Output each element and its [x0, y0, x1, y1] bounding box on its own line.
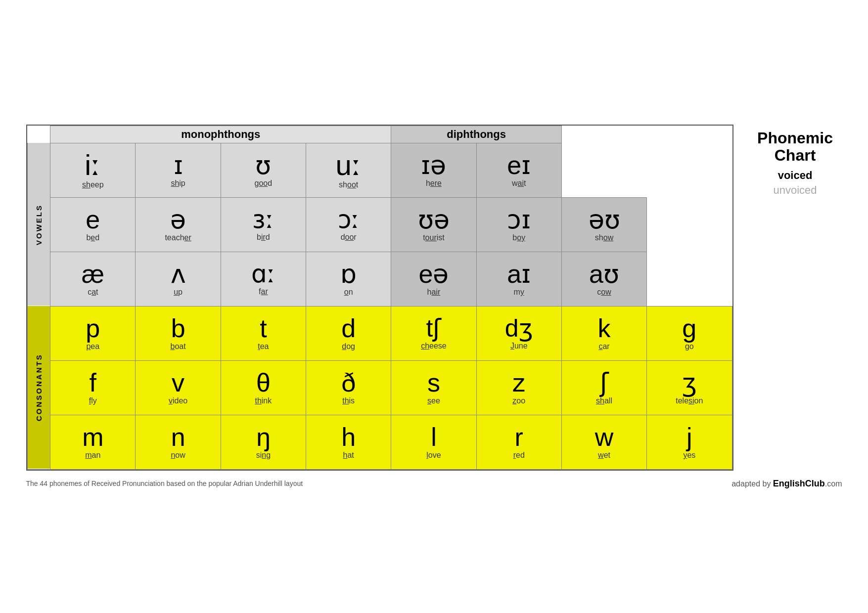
- consonant-cell: v video: [136, 360, 221, 415]
- consonant-cell: ʒ telesion: [647, 360, 732, 415]
- phoneme-symbol: s: [392, 370, 475, 395]
- phoneme-word: car: [563, 342, 645, 351]
- phoneme-symbol: ə: [137, 207, 218, 232]
- consonant-cell: r red: [476, 415, 561, 469]
- legend-voiced: voiced: [748, 169, 842, 182]
- consonant-cell: j yes: [647, 415, 732, 469]
- phoneme-word: hair: [393, 288, 474, 297]
- phoneme-word: go: [648, 342, 731, 351]
- phoneme-word: cheese: [392, 342, 475, 350]
- phoneme-word: see: [392, 396, 475, 405]
- phoneme-symbol: z: [478, 370, 560, 395]
- phoneme-symbol: eə: [393, 261, 474, 287]
- consonant-cell: s see: [391, 360, 476, 415]
- phoneme-symbol: uː: [308, 151, 389, 179]
- phoneme-word: now: [137, 451, 219, 460]
- phoneme-cell: uː shoot: [306, 143, 391, 197]
- phoneme-symbol: ɪ: [137, 152, 218, 178]
- phoneme-cell: ɔː door: [306, 197, 391, 252]
- consonant-cell: d dog: [306, 306, 391, 360]
- phoneme-word: tourist: [393, 233, 474, 242]
- phoneme-symbol: əʊ: [564, 207, 644, 232]
- phoneme-symbol: r: [478, 424, 560, 450]
- phoneme-cell: ə teacher: [136, 197, 221, 252]
- phoneme-word: sing: [222, 451, 305, 460]
- phoneme-symbol: aɪ: [479, 261, 559, 287]
- corner-cell: [27, 126, 50, 143]
- consonant-cell: n now: [136, 415, 221, 469]
- phoneme-symbol: n: [137, 424, 219, 450]
- phoneme-word: love: [392, 451, 475, 460]
- phoneme-word: good: [223, 179, 304, 188]
- consonants-label: CONSONANTS: [27, 306, 50, 469]
- diphthongs-header: diphthongs: [391, 126, 562, 143]
- phoneme-word: zoo: [478, 396, 560, 405]
- phoneme-word: fly: [51, 396, 134, 405]
- phoneme-word: wait: [479, 179, 559, 188]
- phoneme-word: tea: [222, 342, 305, 351]
- legend-unvoiced: unvoiced: [748, 184, 842, 197]
- phoneme-symbol: v: [137, 370, 219, 395]
- consonant-cell: l love: [391, 415, 476, 469]
- consonant-cell: ð this: [306, 360, 391, 415]
- phoneme-cell: ʊə tourist: [391, 197, 476, 252]
- phoneme-cell: æ cat: [50, 252, 136, 306]
- phoneme-cell: ʌ up: [136, 252, 221, 306]
- footer-brand: adapted by EnglishClub.com: [731, 479, 842, 489]
- monophthongs-header: monophthongs: [50, 126, 391, 143]
- phoneme-cell: ʊ good: [221, 143, 306, 197]
- phoneme-cell: eɪ wait: [476, 143, 561, 197]
- phoneme-word: cow: [564, 288, 644, 297]
- consonant-cell: k car: [561, 306, 646, 360]
- consonant-cell: z zoo: [476, 360, 561, 415]
- legend-panel: Phonemic Chart voiced unvoiced: [743, 125, 842, 197]
- phoneme-symbol: m: [51, 424, 134, 450]
- consonant-cell: dʒ June: [476, 306, 561, 360]
- phoneme-symbol: ɒ: [308, 261, 389, 287]
- phoneme-word: red: [478, 451, 560, 460]
- consonant-cell: p pea: [50, 306, 136, 360]
- phoneme-word: this: [307, 396, 390, 405]
- phoneme-symbol: ɜː: [223, 207, 304, 232]
- phoneme-word: far: [223, 287, 304, 296]
- phoneme-word: telesion: [648, 396, 731, 405]
- phoneme-word: hat: [307, 451, 390, 460]
- phoneme-word: cat: [52, 288, 133, 297]
- phoneme-cell: ɪ ship: [136, 143, 221, 197]
- phoneme-cell: iː sheep: [50, 143, 136, 197]
- phoneme-symbol: w: [563, 424, 645, 450]
- consonant-cell: tʃ cheese: [391, 306, 476, 360]
- phoneme-cell: ɪə here: [391, 143, 476, 197]
- consonant-cell: h hat: [306, 415, 391, 469]
- phoneme-symbol: g: [648, 315, 731, 341]
- phoneme-word: my: [479, 288, 559, 297]
- consonant-cell: θ think: [221, 360, 306, 415]
- brand-name: EnglishClub: [773, 479, 825, 488]
- phoneme-word: sheep: [52, 180, 133, 189]
- consonant-cell: ŋ sing: [221, 415, 306, 469]
- brand-suffix: .com: [825, 480, 842, 488]
- consonant-cell: w wet: [561, 415, 646, 469]
- phoneme-cell: ɔɪ boy: [476, 197, 561, 252]
- phoneme-word: wet: [563, 451, 645, 460]
- footer: The 44 phonemes of Received Pronunciatio…: [26, 479, 842, 489]
- phoneme-word: man: [51, 451, 134, 460]
- consonant-cell: ʃ shall: [561, 360, 646, 415]
- phoneme-cell: ɒ on: [306, 252, 391, 306]
- phoneme-symbol: tʃ: [392, 316, 475, 341]
- phoneme-symbol: ŋ: [222, 424, 305, 450]
- phoneme-symbol: d: [307, 315, 390, 341]
- phoneme-word: here: [393, 179, 474, 188]
- phoneme-symbol: ɪə: [393, 152, 474, 178]
- phoneme-symbol: j: [648, 424, 731, 450]
- phoneme-word: shall: [563, 396, 645, 405]
- phoneme-word: think: [222, 396, 305, 405]
- phoneme-word: teacher: [137, 233, 218, 242]
- empty-cell: [647, 252, 732, 306]
- phoneme-word: shoot: [308, 180, 389, 189]
- phoneme-symbol: k: [563, 315, 645, 341]
- phoneme-symbol: ɑː: [223, 262, 304, 286]
- phoneme-word: ship: [137, 179, 218, 188]
- main-content: monophthongs diphthongs VOWELS iː sheep: [26, 125, 842, 471]
- phoneme-symbol: b: [137, 315, 219, 341]
